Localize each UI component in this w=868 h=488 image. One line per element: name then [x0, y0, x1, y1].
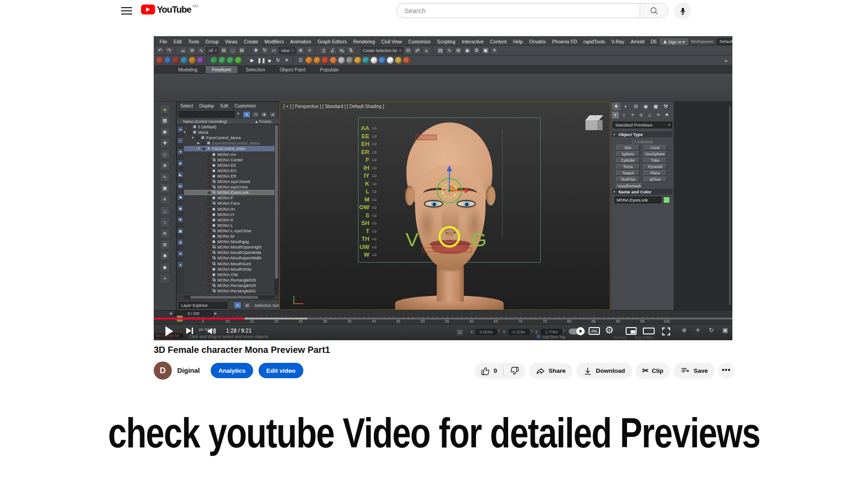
visibility-eye-icon[interactable]: [208, 159, 211, 161]
visibility-eye-icon[interactable]: [208, 246, 211, 249]
menu-graph-editors[interactable]: Graph Editors: [314, 39, 350, 44]
command-tab-3[interactable]: ◉: [642, 103, 650, 110]
visibility-eye-icon[interactable]: [202, 142, 205, 145]
visibility-eye-icon[interactable]: [208, 192, 211, 194]
layers-icon[interactable]: ≋: [269, 111, 277, 118]
scene-strip-icon-4[interactable]: ◣: [177, 171, 184, 178]
tree-row[interactable]: MONA:L-eyeClose: [184, 228, 275, 234]
window-crossing-icon[interactable]: ⊠: [238, 47, 246, 54]
ribbon-tab-object-paint[interactable]: Object Paint: [273, 66, 311, 73]
select-and-manipulate-icon[interactable]: ⌖: [306, 47, 314, 54]
viewport-nav-icon-2[interactable]: ↻: [709, 327, 714, 333]
plugin-icon-mug[interactable]: [395, 57, 402, 64]
object-type-rollout[interactable]: Object Type: [612, 131, 673, 137]
command-category-6[interactable]: ✱: [663, 112, 670, 118]
command-tab-0[interactable]: ✚: [612, 103, 620, 110]
menu-edit[interactable]: Edit: [170, 39, 185, 44]
curve-editor-icon[interactable]: ∿: [445, 47, 453, 54]
tree-row[interactable]: MONA:IY: [184, 212, 275, 217]
selection-filter-dropdown[interactable]: All▾: [206, 47, 219, 54]
visibility-eye-icon[interactable]: [208, 181, 211, 183]
ribbon-tab-modeling[interactable]: Modeling: [172, 66, 204, 73]
mirror-icon[interactable]: ⇄: [413, 47, 421, 54]
torus-button[interactable]: Torus: [616, 164, 640, 169]
phoneme-label-f[interactable]: F: [338, 156, 369, 163]
ribbon-tab-freeform[interactable]: Freeform: [206, 66, 238, 73]
visibility-eye-icon[interactable]: [208, 268, 211, 271]
tree-row[interactable]: MONA:Mouthgag: [184, 239, 275, 244]
left-toolbar-icon-10[interactable]: ○: [160, 217, 170, 227]
tree-row[interactable]: MONA:EH: [184, 168, 275, 174]
channel-name[interactable]: Diginal: [177, 366, 200, 374]
menu-arnold[interactable]: Arnold: [627, 39, 647, 44]
play-button[interactable]: [165, 326, 173, 336]
phoneme-label-m[interactable]: M: [338, 196, 369, 203]
left-toolbar-icon-2[interactable]: ◉: [160, 127, 170, 136]
ribbon-tab-selection[interactable]: Selection: [239, 66, 271, 73]
textplus-button[interactable]: TextPlus: [616, 177, 640, 182]
visibility-eye-icon[interactable]: [208, 252, 211, 254]
tree-row[interactable]: MONA:EE: [184, 163, 275, 168]
left-toolbar-icon-4[interactable]: ◇: [160, 150, 170, 159]
schematic-view-icon[interactable]: ⊞: [454, 47, 462, 54]
left-toolbar-icon-15[interactable]: ⌖: [160, 274, 170, 283]
cone-button[interactable]: Cone: [643, 145, 667, 150]
hierarchy-mode-icon[interactable]: ⊟: [243, 302, 251, 309]
menu-help[interactable]: Help: [510, 39, 526, 44]
channel-avatar[interactable]: D: [154, 361, 172, 380]
workspace-dropdown[interactable]: Default: [717, 38, 732, 45]
search-button[interactable]: [640, 4, 668, 18]
visibility-eye-icon[interactable]: [208, 186, 211, 188]
visibility-eye-icon[interactable]: [188, 126, 191, 128]
tree-row[interactable]: MONA:EyesLook: [184, 190, 275, 195]
viewport-nav-icon-3[interactable]: ▣: [722, 327, 728, 333]
gizmo-y-axis-arrow[interactable]: [447, 165, 452, 171]
tree-row[interactable]: 0 (default): [184, 124, 275, 130]
lock-icon[interactable]: ⊓: [252, 111, 259, 118]
menu-file[interactable]: File: [156, 39, 170, 44]
tree-row[interactable]: MONA:AA: [184, 152, 275, 157]
tree-row[interactable]: MONA:K: [184, 217, 275, 223]
command-category-0[interactable]: ●: [612, 112, 619, 118]
align-icon[interactable]: ≡: [422, 47, 430, 54]
command-category-1[interactable]: ◇: [620, 112, 627, 118]
scene-strip-icon-5[interactable]: ▤: [177, 183, 184, 189]
phoneme-arrow-icon[interactable]: ⇨: [372, 244, 377, 250]
visibility-eye-icon[interactable]: [208, 154, 211, 156]
menu-customize[interactable]: Customize: [405, 39, 434, 44]
visibility-eye-icon[interactable]: [208, 257, 211, 259]
command-category-4[interactable]: △: [646, 112, 653, 118]
more-actions-button[interactable]: •••: [718, 363, 734, 379]
voice-search-button[interactable]: [674, 2, 691, 19]
command-category-2[interactable]: ☀: [629, 112, 636, 118]
visibility-eye-icon[interactable]: [208, 241, 211, 243]
object-color-swatch[interactable]: [663, 197, 670, 203]
scene-strip-icon-0[interactable]: ●: [177, 126, 184, 132]
phoenix-fire2-icon[interactable]: [314, 57, 321, 64]
menu-rendering[interactable]: Rendering: [350, 39, 378, 44]
phoneme-label-ee[interactable]: EE: [338, 133, 369, 140]
menu-modifiers[interactable]: Modifiers: [261, 39, 287, 44]
phoneme-label-th[interactable]: TH: [338, 235, 369, 242]
max-sign-in-button[interactable]: ♟ Sign In ▾: [660, 38, 688, 45]
dislike-button[interactable]: [504, 366, 525, 376]
filter-icon[interactable]: ▼: [243, 111, 250, 118]
left-toolbar-icon-1[interactable]: ▦: [160, 116, 170, 125]
visibility-eye-icon[interactable]: [208, 225, 211, 227]
viewport-nav-icon-0[interactable]: ⊕: [682, 327, 687, 333]
visibility-eye-icon[interactable]: [208, 202, 211, 205]
visibility-eye-icon[interactable]: [208, 235, 211, 238]
tube-button[interactable]: Tube: [643, 158, 667, 163]
volume-button[interactable]: [206, 326, 217, 338]
plugin-icon-red-v[interactable]: [322, 57, 329, 64]
menu-tools[interactable]: Tools: [185, 39, 203, 44]
menu-phoenix-fd[interactable]: Phoenix FD: [549, 39, 580, 44]
rectangular-selection-icon[interactable]: □: [229, 47, 237, 54]
plane-button[interactable]: Plane: [643, 170, 667, 176]
tree-row[interactable]: MONA:Rectangle029: [184, 277, 275, 283]
select-and-move-icon[interactable]: ✚: [252, 47, 260, 54]
visibility-eye-icon[interactable]: [208, 285, 211, 287]
left-toolbar-icon-14[interactable]: ◆: [160, 263, 170, 272]
save-button[interactable]: Save: [674, 363, 715, 379]
tree-row[interactable]: ▼FaceControl_Mona: [184, 135, 275, 141]
